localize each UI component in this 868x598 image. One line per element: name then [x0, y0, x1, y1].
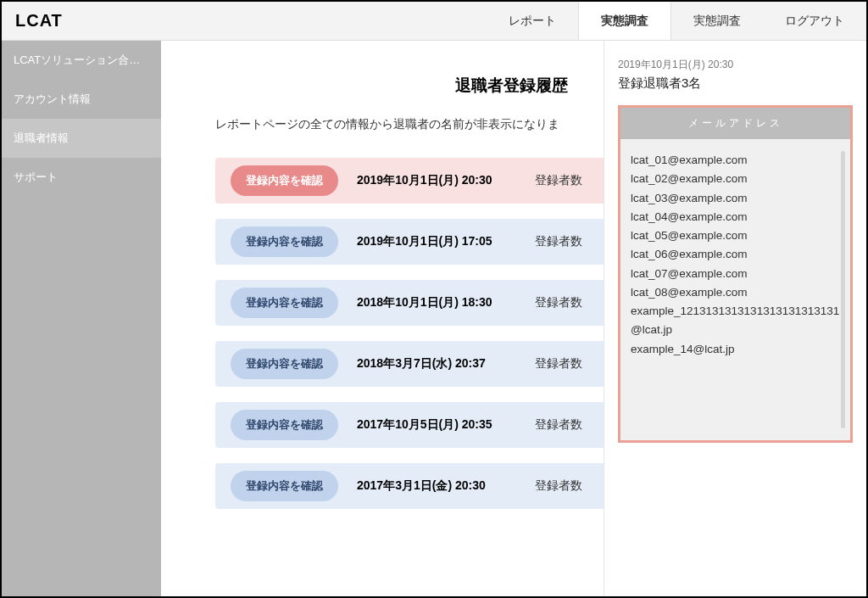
confirm-button[interactable]: 登録内容を確認: [231, 226, 338, 257]
email-item: lcat_07@example.com: [631, 265, 840, 283]
history-count-label: 登録者数: [535, 417, 582, 433]
history-date: 2019年10月1日(月) 20:30: [357, 173, 535, 188]
email-item: lcat_05@example.com: [631, 226, 840, 245]
scrollbar[interactable]: [841, 151, 845, 428]
history-count-label: 登録者数: [535, 478, 582, 494]
nav-survey[interactable]: 実態調査: [671, 2, 763, 40]
confirm-button[interactable]: 登録内容を確認: [231, 471, 338, 501]
email-item: lcat_08@example.com: [631, 283, 840, 302]
history-date: 2018年10月1日(月) 18:30: [357, 295, 535, 310]
history-count-label: 登録者数: [535, 234, 582, 249]
sidebar-item-company[interactable]: LCATソリューション合弁会…: [2, 41, 161, 80]
sidebar-item-support[interactable]: サポート: [2, 158, 161, 197]
email-item: example_14@lcat.jp: [631, 340, 840, 359]
panel-card-header: メールアドレス: [620, 108, 850, 139]
confirm-button[interactable]: 登録内容を確認: [231, 349, 338, 379]
sidebar: LCATソリューション合弁会… アカウント情報 退職者情報 サポート: [2, 41, 161, 596]
app-frame: LCAT レポート 実態調査 実態調査 ログアウト LCATソリューション合弁会…: [0, 0, 868, 598]
panel-meta-date: 2019年10月1日(月) 20:30: [618, 58, 853, 72]
history-date: 2019年10月1日(月) 17:05: [357, 234, 535, 249]
email-item: lcat_06@example.com: [631, 245, 840, 264]
confirm-button[interactable]: 登録内容を確認: [231, 165, 338, 196]
app-logo: LCAT: [2, 2, 161, 40]
header-spacer: [161, 2, 487, 40]
nav-logout[interactable]: ログアウト: [763, 2, 866, 40]
history-count-label: 登録者数: [535, 295, 582, 310]
header: LCAT レポート 実態調査 実態調査 ログアウト: [2, 2, 866, 41]
nav-survey-active[interactable]: 実態調査: [578, 2, 671, 40]
history-count-label: 登録者数: [535, 173, 582, 188]
email-item: lcat_01@example.com: [631, 151, 840, 170]
email-item: lcat_04@example.com: [631, 208, 840, 226]
nav-report[interactable]: レポート: [487, 2, 578, 40]
confirm-button[interactable]: 登録内容を確認: [231, 288, 338, 318]
side-panel: 2019年10月1日(月) 20:30 登録退職者3名 メールアドレス lcat…: [604, 41, 866, 596]
confirm-button[interactable]: 登録内容を確認: [231, 410, 338, 440]
panel-card-body: lcat_01@example.com lcat_02@example.com …: [620, 139, 850, 440]
email-item: example_1213131313131313131313131@lcat.j…: [631, 302, 840, 340]
history-date: 2018年3月7日(水) 20:37: [357, 356, 535, 372]
email-item: lcat_03@example.com: [631, 189, 840, 208]
history-count-label: 登録者数: [535, 356, 582, 372]
history-date: 2017年3月1日(金) 20:30: [357, 478, 535, 494]
email-item: lcat_02@example.com: [631, 170, 840, 188]
panel-meta-title: 登録退職者3名: [618, 75, 853, 92]
history-date: 2017年10月5日(月) 20:35: [357, 417, 535, 433]
sidebar-item-retiree[interactable]: 退職者情報: [2, 119, 161, 158]
panel-card: メールアドレス lcat_01@example.com lcat_02@exam…: [618, 105, 853, 443]
sidebar-item-account[interactable]: アカウント情報: [2, 80, 161, 119]
